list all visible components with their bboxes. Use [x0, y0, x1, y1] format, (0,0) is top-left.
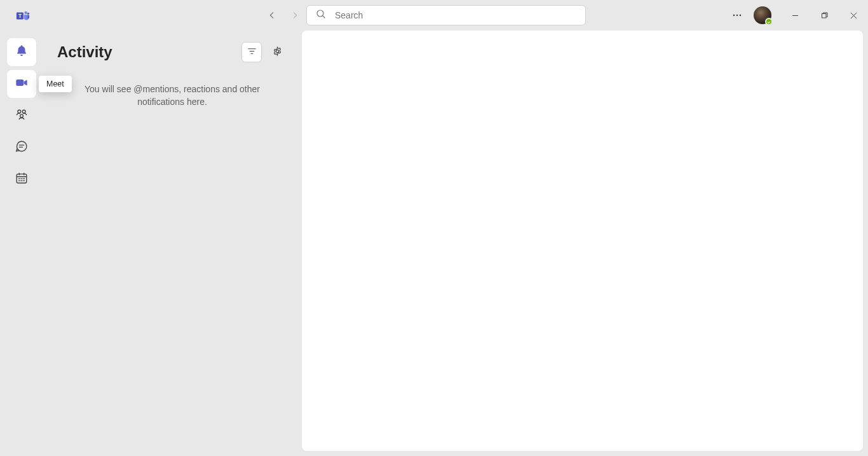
- content-area: [297, 31, 868, 456]
- search-input[interactable]: Search: [306, 5, 586, 25]
- pane-header: Activity: [57, 42, 287, 62]
- window-minimize-button[interactable]: [780, 5, 810, 25]
- pane-actions: [241, 42, 287, 62]
- svg-point-2: [24, 11, 27, 14]
- rail-activity-button[interactable]: [7, 38, 36, 66]
- svg-text:T: T: [18, 13, 22, 19]
- app-rail: Meet: [0, 31, 43, 456]
- pane-title: Activity: [57, 43, 112, 61]
- nav-arrows: [266, 9, 301, 22]
- rail-chat-button[interactable]: [7, 134, 36, 162]
- svg-point-3: [27, 13, 29, 15]
- svg-point-7: [740, 15, 742, 17]
- user-avatar[interactable]: [754, 6, 771, 24]
- rail-community-button[interactable]: [7, 102, 36, 130]
- bell-icon: [15, 44, 29, 60]
- search-icon: [316, 9, 326, 22]
- search-placeholder: Search: [335, 10, 363, 20]
- calendar-icon: [15, 171, 29, 188]
- svg-point-4: [317, 10, 323, 17]
- rail-calendar-button[interactable]: [7, 165, 36, 193]
- filter-icon: [247, 46, 257, 59]
- svg-point-5: [733, 15, 735, 17]
- svg-point-12: [20, 114, 24, 118]
- nav-forward-button[interactable]: [288, 9, 301, 22]
- gear-icon: [272, 46, 283, 59]
- empty-state-message: You will see @mentions, reactions and ot…: [57, 83, 287, 108]
- presence-available-icon: [765, 18, 773, 25]
- settings-button[interactable]: [267, 42, 287, 62]
- video-icon: [15, 76, 29, 92]
- people-community-icon: [15, 107, 29, 124]
- content-card: [302, 31, 863, 451]
- rail-meet-button[interactable]: Meet: [7, 70, 36, 98]
- app-body: Meet Activity: [0, 31, 868, 456]
- chat-icon: [15, 139, 29, 156]
- activity-pane: Activity You will see @mentions, reactio…: [43, 31, 297, 456]
- svg-rect-9: [16, 79, 24, 86]
- svg-rect-8: [822, 13, 826, 18]
- teams-logo-icon: T: [16, 9, 30, 23]
- filter-button[interactable]: [241, 42, 262, 62]
- svg-point-6: [736, 15, 738, 17]
- window-close-button[interactable]: [839, 5, 868, 25]
- svg-point-10: [18, 110, 21, 113]
- window-maximize-button[interactable]: [810, 5, 839, 25]
- more-options-button[interactable]: [724, 3, 750, 28]
- svg-point-14: [276, 50, 278, 52]
- nav-back-button[interactable]: [266, 9, 278, 22]
- titlebar-right: [724, 0, 868, 31]
- tooltip: Meet: [39, 76, 72, 92]
- titlebar: T Search: [0, 0, 868, 31]
- svg-point-11: [22, 110, 25, 113]
